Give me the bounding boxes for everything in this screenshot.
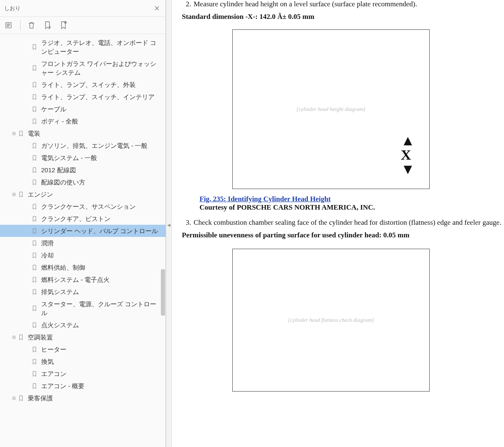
expand-icon[interactable]: ⊟ [11, 192, 17, 197]
bookmark-icon [31, 288, 39, 296]
tree-item[interactable]: 配線図の使い方 [0, 176, 165, 188]
close-icon[interactable]: × [152, 3, 161, 14]
tree-item-label: ボディ - 全般 [41, 117, 164, 126]
tree-item-label: 換気 [41, 357, 164, 366]
tree-item-label: ラジオ、ステレオ、電話、オンボード コンピューター [41, 38, 164, 56]
tree-section[interactable]: ⊟エンジン [0, 188, 165, 200]
tree-item[interactable]: クランクギア、ピストン [0, 213, 165, 225]
tree-item[interactable]: ガソリン、排気、エンジン電気 - 一般 [0, 139, 165, 152]
tree-item-label: ライト、ランプ、スイッチ、インテリア [41, 92, 164, 101]
step-number: 2. [182, 0, 191, 8]
tree-item[interactable]: ライト、ランプ、スイッチ、インテリア [0, 91, 165, 103]
tree-item-label: クランクギア、ピストン [41, 214, 164, 223]
dimension-text: Standard dimension -X-: 142.0 Â± 0.05 mm [182, 13, 504, 21]
tree-item-label: 点火システム [41, 321, 164, 329]
tree-item-label: 燃料供給、制御 [41, 263, 164, 272]
bookmark-icon [18, 334, 25, 341]
bookmark-icon [31, 166, 39, 174]
bookmark-icon [31, 358, 39, 365]
tree-item[interactable]: 点火システム [0, 319, 165, 331]
bookmark-icon [31, 346, 39, 353]
expand-icon[interactable]: ⊟ [11, 334, 17, 340]
bookmark-icon [31, 321, 39, 329]
tree-item[interactable]: 電気システム - 一般 [0, 152, 165, 164]
tree-item[interactable]: エアコン - 概要 [0, 380, 165, 392]
figure-credit: Courtesy of PORSCHE CARS NORTH AMERICA, … [200, 203, 375, 211]
tree-item-label: 2012 配線図 [41, 166, 164, 174]
tree-item-label: エンジン [28, 190, 164, 199]
list-item: 3. Check combustion chamber sealing face… [182, 218, 504, 227]
tree-item-label: フロントガラス ワイパーおよびウォッシャー システム [41, 59, 164, 77]
tree-item-label: 配線図の使い方 [41, 178, 164, 187]
sidebar-title: しおり [4, 5, 21, 12]
bookmark-icon [31, 203, 39, 210]
tree-item[interactable]: 潤滑 [0, 237, 165, 249]
sidebar-toolbar [0, 17, 165, 34]
tree-section[interactable]: ⊟乗客保護 [0, 392, 165, 404]
bookmark-icon [31, 64, 39, 72]
tree-item-label: スターター、電源、クルーズ コントロール [41, 300, 164, 317]
tree-item[interactable]: シリンダー ヘッド、バルブ コントロール [0, 225, 165, 237]
add-bookmark-icon[interactable] [42, 20, 52, 30]
delete-icon[interactable] [26, 20, 37, 30]
tree-item-label: エアコン [41, 369, 164, 378]
tree-item[interactable]: ボディ - 全般 [0, 115, 165, 127]
tree-item-label: ライト、ランプ、スイッチ、外装 [41, 80, 164, 89]
bookmark-tree[interactable]: ラジオ、ステレオ、電話、オンボード コンピューターフロントガラス ワイパーおよび… [0, 34, 165, 447]
step-number: 3. [182, 218, 191, 227]
tree-section[interactable]: ⊟空調装置 [0, 331, 165, 343]
figure-image-placeholder: [cylinder head flatness check diagram] [288, 317, 374, 323]
tree-item-label: 潤滑 [41, 239, 164, 247]
star-bookmark-icon[interactable] [58, 20, 68, 30]
tree-item[interactable]: 換気 [0, 355, 165, 368]
tree-item[interactable]: エアコン [0, 368, 165, 380]
splitter[interactable]: ◀ [166, 0, 172, 447]
bookmark-icon [31, 382, 39, 390]
bookmark-icon [31, 81, 39, 89]
bookmark-icon [31, 276, 39, 284]
bookmark-icon [31, 105, 39, 113]
expand-icon[interactable]: ⊟ [11, 131, 17, 137]
scrollbar-thumb[interactable] [161, 269, 165, 316]
tree-item[interactable]: 燃料供給、制御 [0, 261, 165, 273]
list-item: 2. Measure cylinder head height on a lev… [182, 0, 504, 8]
tree-item[interactable]: ラジオ、ステレオ、電話、オンボード コンピューター [0, 37, 165, 58]
bookmark-icon [31, 154, 39, 162]
step-text: Check combustion chamber sealing face of… [194, 218, 504, 227]
dimension-marker: ▲ X ▼ [401, 134, 415, 176]
tree-item[interactable]: 排気システム [0, 286, 165, 298]
tree-item[interactable]: クランクケース、サスペンション [0, 200, 165, 213]
bookmark-icon [31, 215, 39, 223]
tree-item-label: ヒーター [41, 345, 164, 354]
tree-item[interactable]: 2012 配線図 [0, 164, 165, 176]
tree-item[interactable]: 冷却 [0, 249, 165, 261]
bookmark-icon [31, 118, 39, 125]
tree-item-label: クランクケース、サスペンション [41, 202, 164, 211]
tree-item-label: 排気システム [41, 287, 164, 296]
tree-item[interactable]: ケーブル [0, 103, 165, 115]
tree-item-label: 電気システム - 一般 [41, 153, 164, 162]
permissible-text: Permissible unevenness of parting surfac… [182, 231, 504, 239]
tree-item[interactable]: ヒーター [0, 343, 165, 355]
tree-item-label: 燃料システム - 電子点火 [41, 275, 164, 284]
bookmark-icon [31, 142, 39, 150]
bookmark-icon [31, 370, 39, 378]
tree-item-label: シリンダー ヘッド、バルブ コントロール [41, 226, 164, 235]
tree-item[interactable]: ライト、ランプ、スイッチ、外装 [0, 79, 165, 91]
tree-item[interactable]: 燃料システム - 電子点火 [0, 273, 165, 286]
bookmark-icon [31, 227, 39, 235]
options-icon[interactable] [4, 20, 14, 30]
splitter-handle-icon[interactable]: ◀ [167, 223, 171, 227]
tree-section[interactable]: ⊟電装 [0, 127, 165, 139]
expand-icon[interactable]: ⊟ [11, 395, 17, 401]
figure-236: [cylinder head flatness check diagram] [232, 249, 430, 392]
document-content: 2. Measure cylinder head height on a lev… [172, 0, 504, 447]
figure-link[interactable]: Fig. 235: Identifying Cylinder Head Heig… [200, 195, 331, 203]
bookmark-icon [31, 252, 39, 259]
bookmark-icon [31, 179, 39, 186]
tree-item[interactable]: スターター、電源、クルーズ コントロール [0, 298, 165, 319]
bookmark-icon [31, 305, 39, 312]
tree-item-label: 冷却 [41, 251, 164, 260]
figure-caption: Fig. 235: Identifying Cylinder Head Heig… [200, 195, 504, 212]
tree-item[interactable]: フロントガラス ワイパーおよびウォッシャー システム [0, 58, 165, 79]
